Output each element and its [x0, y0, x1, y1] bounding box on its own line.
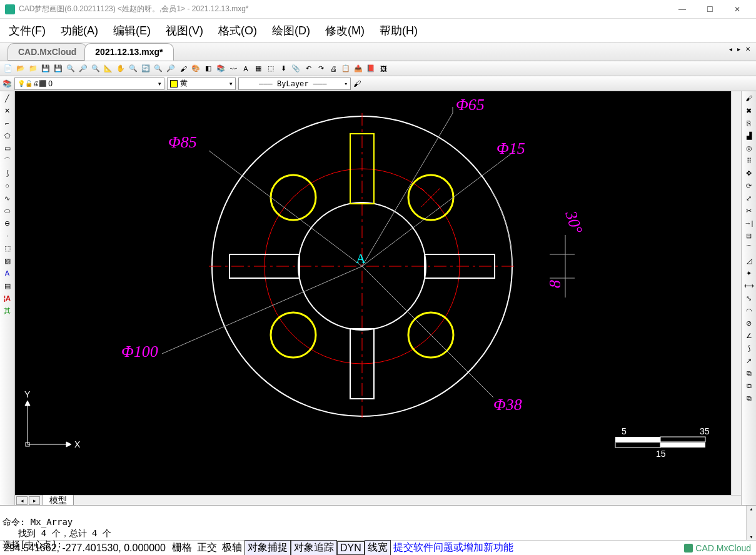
explode-icon[interactable]: ✦: [743, 268, 755, 279]
drawing-canvas[interactable]: Φ65 Φ85 Φ15 Φ100 Φ38 30° 8 A: [15, 91, 731, 495]
clip3-icon[interactable]: ⧉: [743, 392, 755, 404]
line-icon[interactable]: ╱: [2, 92, 13, 104]
zoom-extents-icon[interactable]: 🔍: [128, 63, 139, 74]
menu-modify[interactable]: 修改(M): [321, 21, 368, 41]
export-icon[interactable]: 📤: [353, 63, 364, 74]
scale-icon[interactable]: ⤢: [743, 192, 755, 204]
image-icon[interactable]: 🖼: [378, 63, 389, 74]
menu-view[interactable]: 视图(V): [162, 21, 207, 41]
tab-current[interactable]: 2021.12.13.mxg*: [84, 43, 173, 61]
measure-icon[interactable]: 📐: [103, 63, 114, 74]
color-combo[interactable]: 黄 ▾: [167, 78, 236, 90]
dim-linear-icon[interactable]: ⟷: [743, 280, 755, 291]
clip-icon[interactable]: ⧉: [743, 368, 755, 379]
table-icon[interactable]: ▦: [253, 63, 264, 74]
sheet-next-icon[interactable]: ▸: [29, 496, 40, 505]
open-alt-icon[interactable]: 📁: [28, 63, 39, 74]
minimize-button[interactable]: —: [668, 1, 696, 18]
close-button[interactable]: ✕: [723, 1, 751, 18]
saveas-icon[interactable]: 💾: [53, 63, 64, 74]
rotate-icon[interactable]: ⟳: [743, 180, 755, 191]
point-icon[interactable]: ·: [2, 230, 13, 241]
ellipse-icon[interactable]: ⬭: [2, 205, 13, 216]
dim-aligned-icon[interactable]: ⤡: [743, 292, 755, 304]
mirror-icon[interactable]: ▟: [743, 130, 755, 141]
arc2-icon[interactable]: ⟆: [2, 168, 13, 179]
mtext-icon[interactable]: ▤: [2, 280, 13, 291]
region-icon[interactable]: 其: [2, 305, 13, 316]
menu-format[interactable]: 格式(O): [214, 21, 261, 41]
zoom-prev-icon[interactable]: 🔍: [153, 63, 164, 74]
command-window[interactable]: 命令: Mx_Array 找到 4 个，总计 4 个 选择[中心点]: ▴▾: [0, 505, 756, 540]
hatch-icon[interactable]: ▨: [2, 255, 13, 266]
lineweight-toggle[interactable]: 线宽: [365, 540, 391, 555]
matchprop-icon[interactable]: 🖌: [353, 79, 361, 88]
maximize-button[interactable]: ☐: [696, 1, 723, 18]
zoom-window-icon[interactable]: 🔍: [65, 63, 76, 74]
offset-icon[interactable]: ◎: [743, 142, 755, 154]
dim-radius-icon[interactable]: ◠: [743, 305, 755, 316]
dim-arc-icon[interactable]: ⟆: [743, 342, 755, 354]
menu-help[interactable]: 帮助(H): [376, 21, 421, 41]
pdf-icon[interactable]: 📕: [365, 63, 376, 74]
menu-draw[interactable]: 绘图(D): [268, 21, 314, 41]
menu-edit[interactable]: 编辑(E): [109, 21, 154, 41]
layer-manager-icon[interactable]: 📚: [3, 79, 12, 88]
menu-function[interactable]: 功能(A): [57, 21, 102, 41]
tab-next-icon[interactable]: ▸: [735, 45, 742, 53]
trim-icon[interactable]: ✂: [743, 205, 755, 216]
layers-icon[interactable]: 📚: [215, 63, 226, 74]
dim-diameter-icon[interactable]: ⊘: [743, 318, 755, 329]
fillet-icon[interactable]: ⌒: [743, 242, 755, 254]
zoom-realtime-icon[interactable]: 🔎: [165, 63, 176, 74]
cmd-scrollbar[interactable]: ▴▾: [746, 506, 756, 540]
zoom-out-icon[interactable]: 🔍: [90, 63, 101, 74]
sheet-prev-icon[interactable]: ◂: [16, 496, 28, 505]
tab-close-icon[interactable]: ✕: [743, 45, 752, 53]
ellipse-arc-icon[interactable]: ⊖: [2, 218, 13, 229]
polygon-icon[interactable]: ⬠: [2, 130, 13, 141]
clip2-icon[interactable]: ⧉: [743, 380, 755, 391]
insert-icon[interactable]: ⬇: [278, 63, 289, 74]
tab-prev-icon[interactable]: ◂: [727, 45, 734, 53]
print-icon[interactable]: 🖨: [328, 63, 339, 74]
color-icon[interactable]: 🎨: [190, 63, 201, 74]
linetype-icon[interactable]: 〰: [228, 63, 239, 74]
undo-icon[interactable]: ↶: [303, 63, 314, 74]
leader-icon[interactable]: ↗: [743, 355, 755, 366]
tab-cloud[interactable]: CAD.MxCloud: [8, 43, 87, 61]
matchprop-icon[interactable]: 🖌: [743, 92, 755, 104]
spline-icon[interactable]: ∿: [2, 192, 13, 204]
otrack-toggle[interactable]: 对象追踪: [291, 540, 337, 555]
eraser-icon[interactable]: ◧: [203, 63, 214, 74]
pline-icon[interactable]: ⌐: [2, 118, 13, 129]
text-icon[interactable]: A: [240, 63, 251, 74]
open-icon[interactable]: 📂: [15, 63, 26, 74]
linetype-combo[interactable]: ——— ByLayer ——— ▾: [238, 78, 351, 90]
extend-icon[interactable]: →|: [743, 218, 755, 229]
save-icon[interactable]: 💾: [40, 63, 51, 74]
text-ia-icon[interactable]: ¦A: [2, 292, 13, 304]
layer-combo[interactable]: 💡🔓🖨⬛ 0 ▾: [14, 78, 164, 90]
snap-grid-toggle[interactable]: 栅格: [169, 541, 194, 555]
erase-icon[interactable]: ✖: [743, 105, 755, 116]
ortho-toggle[interactable]: 正交: [194, 541, 219, 555]
feedback-link[interactable]: 提交软件问题或增加新功能: [391, 541, 516, 554]
plot-icon[interactable]: 📋: [340, 63, 351, 74]
circle-icon[interactable]: ○: [2, 180, 13, 191]
chamfer-icon[interactable]: ◿: [743, 255, 755, 266]
dim-angle-icon[interactable]: ∠: [743, 330, 755, 341]
zoom-in-icon[interactable]: 🔎: [78, 63, 89, 74]
menu-file[interactable]: 文件(F): [5, 21, 49, 41]
regen-icon[interactable]: 🔄: [140, 63, 151, 74]
pan-icon[interactable]: ✋: [115, 63, 126, 74]
block-insert-icon[interactable]: ⬚: [2, 242, 13, 254]
polar-toggle[interactable]: 极轴: [219, 541, 244, 555]
xref-icon[interactable]: 📎: [290, 63, 301, 74]
new-icon[interactable]: 📄: [3, 63, 14, 74]
block-icon[interactable]: ⬚: [265, 63, 276, 74]
rect-icon[interactable]: ▭: [2, 142, 13, 154]
xline-icon[interactable]: ✕: [2, 105, 13, 116]
break-icon[interactable]: ⊟: [743, 230, 755, 241]
dyn-toggle[interactable]: DYN: [337, 541, 365, 555]
